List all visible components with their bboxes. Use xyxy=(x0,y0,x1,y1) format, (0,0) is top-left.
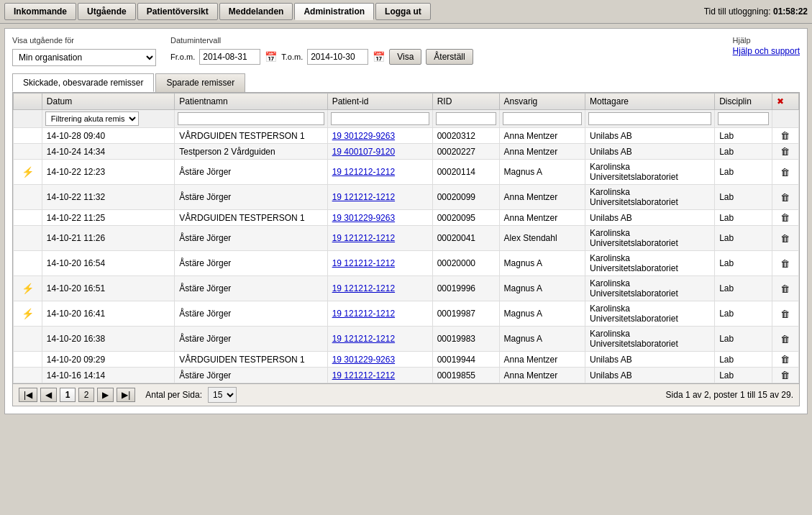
patient-id-link[interactable]: 19 121212-1212 xyxy=(332,233,395,243)
filter-ansvarig-input[interactable] xyxy=(503,112,582,125)
help-link[interactable]: Hjälp och support xyxy=(733,46,800,56)
patient-id-link[interactable]: 19 400107-9120 xyxy=(332,147,395,157)
patient-id-cell[interactable]: 19 121212-1212 xyxy=(327,301,432,327)
table-container[interactable]: Datum Patientnamn Patient-id RID Ansvari… xyxy=(13,93,799,383)
org-select[interactable]: Min organisation xyxy=(12,49,156,66)
filter-mottagare-input[interactable] xyxy=(588,112,711,125)
nav-administration[interactable]: Administration xyxy=(294,3,374,20)
patient-id-cell[interactable]: 19 121212-1212 xyxy=(327,368,432,383)
nav-meddelanden[interactable]: Meddelanden xyxy=(219,3,293,20)
top-nav: Inkommande Utgående Patientöversikt Medd… xyxy=(0,0,812,24)
patient-id-cell[interactable]: 19 121212-1212 xyxy=(327,185,432,210)
patient-name-cell: VÅRDGUIDEN TESTPERSON 1 xyxy=(175,210,327,226)
datum-cell: 14-10-16 14:14 xyxy=(42,368,174,383)
lightning-icon: ⚡ xyxy=(22,166,34,178)
nav-logga-ut[interactable]: Logga ut xyxy=(375,3,431,20)
datum-cell: 14-10-20 16:41 xyxy=(42,301,174,327)
patient-id-link[interactable]: 19 301229-9263 xyxy=(332,213,395,223)
page-2-button[interactable]: 2 xyxy=(78,388,94,402)
delete-row-icon[interactable]: 🗑 xyxy=(780,309,790,319)
filter-disciplin-input[interactable] xyxy=(718,112,769,125)
date-row: Fr.o.m. 📅 T.o.m. 📅 Visa Återställ xyxy=(170,49,473,65)
patient-id-cell[interactable]: 19 301229-9263 xyxy=(327,210,432,226)
patient-id-link[interactable]: 19 121212-1212 xyxy=(332,167,395,177)
tab-row: Skickade, obesvarade remisser Sparade re… xyxy=(12,73,800,92)
clear-filter-icon[interactable]: ✖ xyxy=(777,96,784,106)
patient-id-link[interactable]: 19 121212-1212 xyxy=(332,283,395,293)
filter-rid-input[interactable] xyxy=(436,112,496,125)
patient-id-link[interactable]: 19 121212-1212 xyxy=(332,334,395,344)
to-calendar-icon[interactable]: 📅 xyxy=(373,51,385,63)
row-action-cell: 🗑 xyxy=(772,160,798,185)
delete-row-icon[interactable]: 🗑 xyxy=(780,167,790,178)
delete-row-icon[interactable]: 🗑 xyxy=(780,130,790,141)
delete-row-icon[interactable]: 🗑 xyxy=(780,258,790,269)
lightning-icon: ⚡ xyxy=(22,283,34,294)
patient-id-link[interactable]: 19 121212-1212 xyxy=(332,258,395,268)
filter-mottagare-cell xyxy=(585,110,715,128)
page-1-button[interactable]: 1 xyxy=(60,388,76,402)
nav-patientöversikt[interactable]: Patientöversikt xyxy=(137,3,218,20)
patient-id-cell[interactable]: 19 400107-9120 xyxy=(327,144,432,160)
delete-row-icon[interactable]: 🗑 xyxy=(780,146,790,157)
first-page-button[interactable]: |◀ xyxy=(19,388,37,402)
from-date-input[interactable] xyxy=(199,49,260,65)
patient-id-cell[interactable]: 19 121212-1212 xyxy=(327,276,432,301)
tab-skickade[interactable]: Skickade, obesvarade remisser xyxy=(12,73,154,92)
table-row: ⚡14-10-20 16:51Åstäre Jörger19 121212-12… xyxy=(14,276,799,301)
filter-patient-input[interactable] xyxy=(178,112,324,125)
datum-cell: 14-10-24 14:34 xyxy=(42,144,174,160)
delete-row-icon[interactable]: 🗑 xyxy=(780,233,790,244)
patient-id-cell[interactable]: 19 301229-9263 xyxy=(327,128,432,144)
disciplin-cell: Lab xyxy=(715,251,772,276)
patient-id-link[interactable]: 19 121212-1212 xyxy=(332,370,395,380)
patient-id-cell[interactable]: 19 301229-9263 xyxy=(327,352,432,368)
table-row: 14-10-22 11:25VÅRDGUIDEN TESTPERSON 119 … xyxy=(14,210,799,226)
akuta-filter-select[interactable]: Filtrering akuta remisser xyxy=(45,111,139,126)
delete-row-icon[interactable]: 🗑 xyxy=(780,354,790,365)
patient-id-link[interactable]: 19 121212-1212 xyxy=(332,309,395,319)
filter-pid-cell xyxy=(327,110,432,128)
rid-cell: 00019987 xyxy=(432,301,499,327)
visa-label: Visa utgående för xyxy=(12,36,156,45)
patient-id-link[interactable]: 19 301229-9263 xyxy=(332,355,395,365)
delete-row-icon[interactable]: 🗑 xyxy=(780,212,790,223)
delete-row-icon[interactable]: 🗑 xyxy=(780,370,790,380)
per-page-select[interactable]: 15 xyxy=(208,387,237,403)
timer-value: 01:58:22 xyxy=(773,6,808,17)
filter-datum-cell: Filtrering akuta remisser xyxy=(42,110,174,128)
table-body: 14-10-28 09:40VÅRDGUIDEN TESTPERSON 119 … xyxy=(14,128,799,383)
antal-label: Antal per Sida: xyxy=(145,390,202,400)
visa-button[interactable]: Visa xyxy=(389,49,421,65)
datum-filter-group: Datumintervall Fr.o.m. 📅 T.o.m. 📅 Visa Å… xyxy=(170,36,473,65)
rid-cell: 00019996 xyxy=(432,276,499,301)
from-calendar-icon[interactable]: 📅 xyxy=(265,51,277,63)
lightning-cell xyxy=(14,128,42,144)
patient-id-link[interactable]: 19 121212-1212 xyxy=(332,192,395,202)
ansvarig-cell: Anna Mentzer xyxy=(499,128,585,144)
mottagare-cell: Unilabs AB xyxy=(585,128,715,144)
delete-row-icon[interactable]: 🗑 xyxy=(780,192,790,203)
next-page-button[interactable]: ▶ xyxy=(97,388,114,402)
last-page-button[interactable]: ▶| xyxy=(117,388,135,402)
th-mottagare: Mottagare xyxy=(585,94,715,110)
mottagare-cell: Karolinska Universitetslaboratoriet xyxy=(585,160,715,185)
tab-sparade[interactable]: Sparade remisser xyxy=(155,73,245,92)
patient-id-cell[interactable]: 19 121212-1212 xyxy=(327,251,432,276)
datum-cell: 14-10-20 16:38 xyxy=(42,327,174,352)
patient-id-cell[interactable]: 19 121212-1212 xyxy=(327,327,432,352)
th-disciplin: Disciplin xyxy=(715,94,772,110)
to-date-input[interactable] xyxy=(307,49,368,65)
nav-inkommande[interactable]: Inkommande xyxy=(4,3,76,20)
ansvarig-cell: Anna Mentzer xyxy=(499,352,585,368)
prev-page-button[interactable]: ◀ xyxy=(40,388,57,402)
filter-pid-input[interactable] xyxy=(331,112,429,125)
nav-utgående[interactable]: Utgående xyxy=(78,3,136,20)
aterstall-button[interactable]: Återställ xyxy=(426,49,473,65)
rid-cell: 00019855 xyxy=(432,368,499,383)
patient-id-cell[interactable]: 19 121212-1212 xyxy=(327,226,432,251)
patient-id-cell[interactable]: 19 121212-1212 xyxy=(327,160,432,185)
delete-row-icon[interactable]: 🗑 xyxy=(780,283,790,294)
delete-row-icon[interactable]: 🗑 xyxy=(780,334,790,345)
patient-id-link[interactable]: 19 301229-9263 xyxy=(332,131,395,141)
